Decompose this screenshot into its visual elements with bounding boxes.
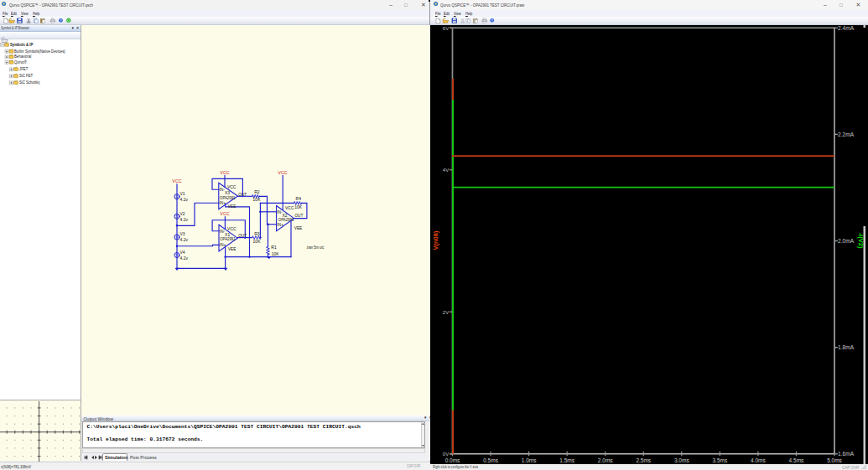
svg-text:4.2v: 4.2v xyxy=(180,237,189,242)
svg-text:VCC: VCC xyxy=(285,205,294,210)
svg-text:R3: R3 xyxy=(254,231,260,236)
svg-text:1.8mA: 1.8mA xyxy=(838,344,855,350)
svg-text:4.2v: 4.2v xyxy=(180,197,189,202)
svg-text:OUT: OUT xyxy=(294,214,303,218)
svg-text:VCC: VCC xyxy=(227,184,236,189)
svg-text:IN+: IN+ xyxy=(278,223,284,227)
svg-text:-I(V2): -I(V2) xyxy=(857,233,865,249)
svg-text:2.0mA: 2.0mA xyxy=(838,238,855,244)
svg-text:2.4mA: 2.4mA xyxy=(838,25,855,31)
svg-text:OPA2991: OPA2991 xyxy=(220,195,236,200)
svg-text:1.5ms: 1.5ms xyxy=(559,457,574,463)
svg-text:V3: V3 xyxy=(180,231,185,236)
svg-text:VCC: VCC xyxy=(220,211,229,216)
svg-text:6V: 6V xyxy=(443,26,449,31)
svg-text:VEE: VEE xyxy=(294,226,303,230)
svg-text:0.5ms: 0.5ms xyxy=(483,457,498,463)
svg-text:10K: 10K xyxy=(253,197,262,202)
svg-text:VCC: VCC xyxy=(278,170,287,175)
svg-text:VEE: VEE xyxy=(228,247,236,251)
svg-text:10K: 10K xyxy=(253,239,262,244)
svg-text:4.0ms: 4.0ms xyxy=(751,457,766,463)
svg-text:2.5ms: 2.5ms xyxy=(636,457,651,463)
svg-text:3.0ms: 3.0ms xyxy=(674,457,689,463)
svg-text:4.2v: 4.2v xyxy=(180,256,189,261)
svg-text:VCC: VCC xyxy=(220,170,229,175)
svg-text:OPA2991: OPA2991 xyxy=(278,217,294,222)
svg-text:R2: R2 xyxy=(254,189,260,194)
svg-text:V(n08): V(n08) xyxy=(432,230,439,250)
svg-text:4V: 4V xyxy=(443,168,449,173)
svg-text:0.0ms: 0.0ms xyxy=(445,457,460,463)
svg-text:0V: 0V xyxy=(443,452,449,457)
svg-text:VCC: VCC xyxy=(172,178,181,183)
svg-text:V4: V4 xyxy=(180,250,185,255)
svg-text:4.2v: 4.2v xyxy=(180,217,189,222)
svg-text:VEE: VEE xyxy=(228,204,236,209)
svg-text:1.0ms: 1.0ms xyxy=(522,457,537,463)
svg-text:IN+: IN+ xyxy=(220,201,226,205)
svg-text:3.5ms: 3.5ms xyxy=(712,457,727,463)
svg-text:.tran 5m uic: .tran 5m uic xyxy=(306,245,325,250)
svg-text:VCC: VCC xyxy=(227,226,236,231)
svg-text:OUT: OUT xyxy=(238,193,247,197)
svg-text:V2: V2 xyxy=(180,211,185,216)
svg-text:2V: 2V xyxy=(443,310,449,315)
svg-text:1.6mA: 1.6mA xyxy=(838,451,855,457)
svg-text:R4: R4 xyxy=(296,196,302,201)
svg-text:4.5ms: 4.5ms xyxy=(789,457,804,463)
svg-text:V1: V1 xyxy=(180,191,185,196)
svg-text:10K: 10K xyxy=(272,251,280,256)
svg-text:OUT: OUT xyxy=(238,234,247,238)
svg-text:OPA2991: OPA2991 xyxy=(220,236,236,241)
svg-text:R1: R1 xyxy=(271,245,277,250)
svg-text:IN+: IN+ xyxy=(220,243,226,247)
svg-text:2.0ms: 2.0ms xyxy=(598,457,613,463)
svg-text:5.0ms: 5.0ms xyxy=(827,457,842,463)
svg-text:10K: 10K xyxy=(294,204,303,209)
svg-text:2.2mA: 2.2mA xyxy=(838,132,855,137)
